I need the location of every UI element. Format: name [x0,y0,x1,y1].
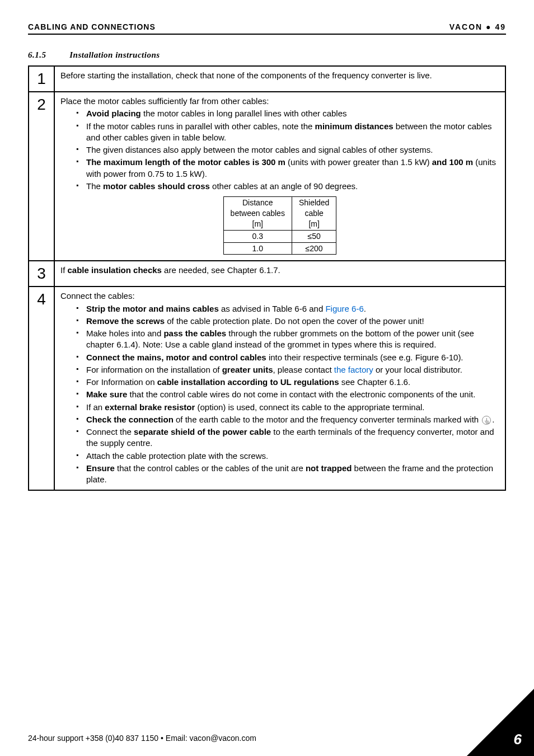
inner-th: Distance between cables [m] [223,197,292,231]
lead-text: Place the motor cables sufficiently far … [60,96,499,107]
inner-th: Shielded cable [m] [292,197,336,231]
bold-span: Check the connection [86,415,174,424]
list-item: The motor cables should cross other cabl… [76,181,499,192]
text-span: into their respective terminals (see e.g… [266,353,463,362]
th-line: Distance [231,198,285,208]
text-span: For information on the installation of [86,365,222,374]
page-footer: 24-hour support +358 (0)40 837 1150 • Em… [28,734,534,743]
page-header: CABLING AND CONNECTIONS VACON ● 49 [28,22,506,35]
step-content: Before starting the installation, check … [54,66,505,92]
step-text: Before starting the installation, check … [60,71,432,80]
text-span: If [60,265,68,275]
step-content: If cable insulation checks are needed, s… [54,261,505,287]
bold-span: motor cables should cross [103,181,210,191]
bold-span: The maximum length of the motor cables i… [86,157,285,167]
step-content: Place the motor cables sufficiently far … [54,92,505,261]
section-title-text: Installation instructions [69,50,160,59]
bold-span: not trapped [306,463,352,473]
text-span: The given distances also apply between t… [86,145,433,154]
lead-text: Connect the cables: [60,290,499,302]
th-line: [m] [299,219,330,229]
figure-link[interactable]: Figure 6-6 [325,304,363,313]
text-span: are needed, see Chapter 6.1.7. [162,265,280,275]
text-span: that the control cable wires do not come… [127,389,475,399]
instructions-table: 1 Before starting the installation, chec… [28,65,506,491]
text-span: The [86,181,103,191]
chapter-number: 6 [514,731,522,748]
list-item: Make sure that the control cable wires d… [76,389,499,400]
table-row: 2 Place the motor cables sufficiently fa… [29,92,505,261]
text-span: Make holes into and [86,328,163,338]
bold-span: Strip the motor and mains cables [86,304,219,313]
text-span: the motor cables in long parallel lines … [141,109,347,118]
text-span: that the control cables or the cables of… [115,463,306,473]
corner-decoration: 6 [467,689,534,756]
bold-span: Avoid placing [86,109,141,118]
step-number: 1 [29,66,54,92]
inner-cell: ≤200 [292,242,336,255]
separator-dot: ● [486,22,491,31]
list-item: Connect the mains, motor and control cab… [76,352,499,363]
text-span: as advised in Table 6-6 and [219,304,326,313]
text-span: Connect the [86,427,134,436]
bold-span: separate shield of the power cable [134,427,271,436]
table-row: 3 If cable insulation checks are needed,… [29,261,505,287]
list-item: Ensure that the control cables or the ca… [76,463,499,486]
th-line: between cables [231,208,285,219]
bold-span: Ensure [86,463,115,473]
th-line: Shielded [299,198,330,208]
list-item: The maximum length of the motor cables i… [76,157,499,180]
bold-span: external brake resistor [105,402,195,412]
list-item: The given distances also apply between t… [76,144,499,156]
inner-cell: 0.3 [223,230,292,242]
text-span: If an [86,402,105,412]
inner-head-row: Distance between cables [m] Shielded cab… [223,197,336,231]
page-number: 49 [495,22,506,31]
factory-link[interactable]: the factory [334,365,373,374]
table-row: 4 Connect the cables: Strip the motor an… [29,287,505,490]
text-span: of the cable protection plate. Do not op… [165,316,424,326]
bullet-list: Strip the motor and mains cables as advi… [76,303,499,486]
bold-span: Connect the mains, motor and control cab… [86,353,266,362]
step-content: Connect the cables: Strip the motor and … [54,287,505,490]
inner-row: 0.3 ≤50 [223,230,336,242]
text-span: of the earth cable to the motor and the … [174,415,481,424]
text-span: If the motor cables runs in parallel wit… [86,121,315,131]
step-number: 3 [29,261,54,287]
list-item: Make holes into and pass the cables thro… [76,328,499,351]
bold-span: Remove the screws [86,316,165,326]
list-item: For information on the installation of g… [76,364,499,375]
th-line: [m] [231,219,285,229]
table-row: 1 Before starting the installation, chec… [29,66,505,92]
list-item: Attach the cable protection plate with t… [76,450,499,462]
bold-span: Make sure [86,389,127,399]
list-item: For Information on cable installation ac… [76,377,499,388]
section-heading: 6.1.5 Installation instructions [28,50,506,60]
text-span: (units with power greater than 1.5 kW) [285,157,432,167]
bold-span: pass the cables [163,328,226,338]
text-span: . [364,304,366,313]
ground-icon [482,416,491,425]
list-item: Remove the screws of the cable protectio… [76,316,499,327]
bold-span: cable insulation checks [68,265,162,275]
header-page-info: VACON ● 49 [449,22,506,31]
th-line: cable [299,208,330,219]
bold-span: minimum distances [315,121,394,131]
text-span: For Information on [86,377,157,387]
footer-contact: 24-hour support +358 (0)40 837 1150 • Em… [28,734,256,743]
list-item: Connect the separate shield of the power… [76,426,499,449]
brand-name: VACON [449,22,483,31]
inner-cell: ≤50 [292,230,336,242]
inner-row: 1.0 ≤200 [223,242,336,255]
list-item: If an external brake resistor (option) i… [76,402,499,413]
list-item: Check the connection of the earth cable … [76,414,499,425]
bold-span: cable installation according to UL regul… [157,377,339,387]
list-item: Avoid placing the motor cables in long p… [76,108,499,119]
inner-cell: 1.0 [223,242,292,255]
bold-span: greater units [222,365,273,374]
step-number: 2 [29,92,54,261]
list-item: Strip the motor and mains cables as advi… [76,303,499,314]
text-span: other cables at an angle of 90 degrees. [210,181,358,191]
text-span: or your local distributor. [373,365,462,374]
bold-span: and 100 m [432,157,473,167]
